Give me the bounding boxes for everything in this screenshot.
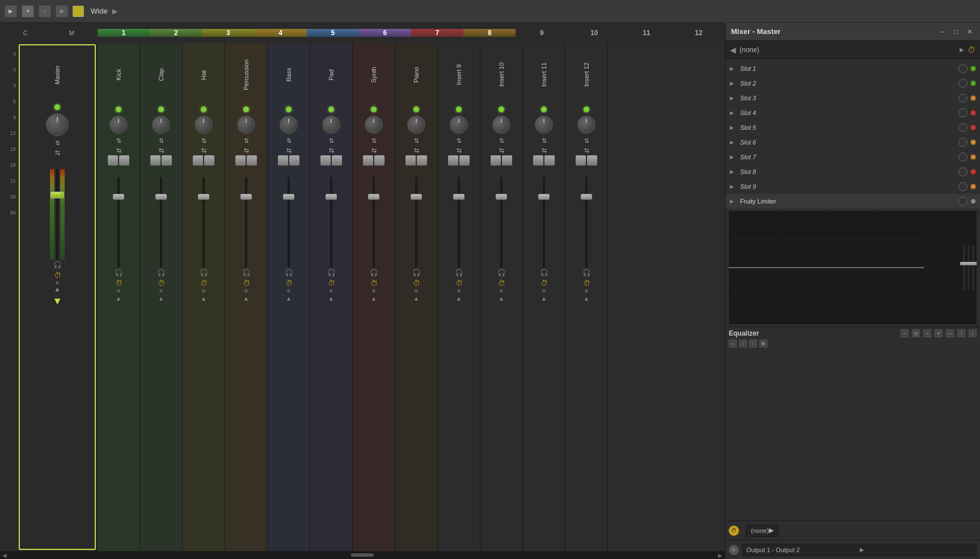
ch10-fader-knob-l[interactable] xyxy=(491,155,501,166)
eq-btn-7[interactable]: ↓ xyxy=(969,329,977,337)
ch2-fader-knob-r[interactable] xyxy=(162,155,172,166)
ch12-fader-knob-l[interactable] xyxy=(576,155,586,166)
master-clock-icon[interactable]: ⏱ xyxy=(54,271,61,280)
ch5-fader-knob-l[interactable] xyxy=(278,155,288,166)
master-knob[interactable] xyxy=(46,113,69,136)
ch9-fader-handle[interactable] xyxy=(453,194,464,200)
eq-btn-6[interactable]: ↑ xyxy=(957,329,965,337)
ch2-fader-knob-l[interactable] xyxy=(150,155,160,166)
slot-item-2[interactable]: ▶ Slot 2 xyxy=(725,76,980,91)
ch5-arrow-lr[interactable]: ⇆ xyxy=(286,147,292,154)
ch4-headphone-icon[interactable]: 🎧 xyxy=(242,269,251,277)
ch6-headphone-icon[interactable]: 🎧 xyxy=(327,269,336,277)
ch5-clock-icon[interactable]: ⏱ xyxy=(285,279,293,287)
jump-button[interactable]: ⊳ xyxy=(56,5,68,18)
eq-btn-8[interactable]: ↔ xyxy=(729,340,737,348)
ch9-arrow-ud[interactable]: ⇅ xyxy=(457,137,462,145)
ch5-knob[interactable] xyxy=(280,116,298,134)
ch8-fader-handle[interactable] xyxy=(411,194,422,200)
ch3-fader-handle[interactable] xyxy=(198,194,209,200)
ch10-knob[interactable] xyxy=(492,116,510,134)
ch8-fader-knob-r[interactable] xyxy=(417,155,427,166)
ch2-headphone-icon[interactable]: 🎧 xyxy=(157,269,166,277)
ch6-arrow-lr[interactable]: ⇆ xyxy=(329,147,334,154)
scroll-thumb[interactable] xyxy=(351,553,374,557)
slot-item-5[interactable]: ▶ Slot 5 xyxy=(725,120,980,135)
ch7-fader-knob-l[interactable] xyxy=(363,155,373,166)
ch9-fader-knob-r[interactable] xyxy=(459,155,470,166)
ch4-clock-icon[interactable]: ⏱ xyxy=(243,279,250,287)
slot-item-8[interactable]: ▶ Slot 8 xyxy=(725,164,980,179)
slot-item-6[interactable]: ▶ Slot 6 xyxy=(725,135,980,150)
ch9-fader-knob-l[interactable] xyxy=(448,155,458,166)
ch3-led[interactable] xyxy=(201,107,206,112)
ch8-knob[interactable] xyxy=(407,116,425,134)
ch4-down-arrow[interactable]: ▲ xyxy=(243,295,249,302)
ch6-fader-knob-l[interactable] xyxy=(320,155,331,166)
ch11-down-arrow[interactable]: ▲ xyxy=(541,295,547,302)
ch11-knob[interactable] xyxy=(535,116,553,134)
eq-btn-9[interactable]: ↕ xyxy=(739,340,747,348)
ch5-headphone-icon[interactable]: 🎧 xyxy=(285,269,293,277)
ch3-down-arrow[interactable]: ▲ xyxy=(201,295,206,302)
ch5-fader-handle[interactable] xyxy=(283,194,294,200)
ch12-fader-knob-r[interactable] xyxy=(587,155,597,166)
none-output-dropdown[interactable]: (none) ▶ xyxy=(746,524,779,537)
minimize-button[interactable]: ─ xyxy=(938,27,947,36)
ch1-led[interactable] xyxy=(116,107,121,112)
ch12-arrow-lr[interactable]: ⇆ xyxy=(584,147,589,154)
slot-item-fruity-limiter[interactable]: ▶ Fruity Limiter xyxy=(725,194,980,209)
ch9-led[interactable] xyxy=(456,107,462,112)
ch8-fader-knob-l[interactable] xyxy=(405,155,416,166)
ch1-arrow-ud[interactable]: ⇅ xyxy=(116,137,121,145)
ch7-down-arrow[interactable]: ▲ xyxy=(371,295,377,302)
ch4-fader-handle[interactable] xyxy=(240,194,252,200)
ch8-arrow-lr[interactable]: ⇆ xyxy=(414,147,419,154)
eq-btn-5[interactable]: ↔ xyxy=(946,329,954,337)
eq-fader-handle-3[interactable] xyxy=(969,262,977,265)
ch8-led[interactable] xyxy=(413,107,419,112)
ch10-fader-handle[interactable] xyxy=(496,194,507,200)
ch9-headphone-icon[interactable]: 🎧 xyxy=(455,269,463,277)
eq-btn-2[interactable]: ◎ xyxy=(912,329,920,337)
ch3-arrow-lr[interactable]: ⇆ xyxy=(201,147,206,154)
ch10-arrow-lr[interactable]: ⇆ xyxy=(499,147,504,154)
ch11-fader-knob-l[interactable] xyxy=(533,155,543,166)
ch7-arrow-lr[interactable]: ⇆ xyxy=(371,147,377,154)
eq-btn-3[interactable]: ○ xyxy=(923,329,931,337)
ch7-fader-handle[interactable] xyxy=(368,194,379,200)
ch8-arrow-ud[interactable]: ⇅ xyxy=(414,137,419,145)
ch2-clock-icon[interactable]: ⏱ xyxy=(158,279,165,287)
ch4-knob[interactable] xyxy=(237,116,255,134)
ch10-clock-icon[interactable]: ⏱ xyxy=(498,279,505,287)
ch12-fader-handle[interactable] xyxy=(581,194,592,200)
ch2-arrow-lr[interactable]: ⇆ xyxy=(159,147,164,154)
output-dropdown[interactable]: Output 1 - Output 2 ▶ xyxy=(742,544,977,556)
ch7-knob[interactable] xyxy=(365,116,383,134)
ch4-arrow-lr[interactable]: ⇆ xyxy=(244,147,249,154)
ch11-arrow-ud[interactable]: ⇅ xyxy=(542,137,547,145)
master-headphone-icon[interactable]: 🎧 xyxy=(53,261,62,269)
ch11-fader-knob-r[interactable] xyxy=(544,155,555,166)
ch8-headphone-icon[interactable]: 🎧 xyxy=(412,269,421,277)
slot-item-4[interactable]: ▶ Slot 4 xyxy=(725,105,980,120)
ch8-clock-icon[interactable]: ⏱ xyxy=(413,279,420,287)
ch2-led[interactable] xyxy=(158,107,164,112)
ch5-fader-knob-r[interactable] xyxy=(289,155,299,166)
ch6-led[interactable] xyxy=(328,107,334,112)
ch11-clock-icon[interactable]: ⏱ xyxy=(540,279,548,287)
ch6-fader-handle[interactable] xyxy=(326,194,337,200)
ch11-led[interactable] xyxy=(541,107,547,112)
slot-item-1[interactable]: ▶ Slot 1 xyxy=(725,61,980,76)
none-dropdown[interactable]: ◀ (none) ▶ ⏱ xyxy=(725,41,980,59)
ch7-headphone-icon[interactable]: 🎧 xyxy=(370,269,378,277)
ch6-arrow-ud[interactable]: ⇅ xyxy=(329,137,334,145)
ch7-fader-knob-r[interactable] xyxy=(374,155,385,166)
ch3-fader-knob-r[interactable] xyxy=(204,155,214,166)
ch4-arrow-ud[interactable]: ⇅ xyxy=(244,137,249,145)
ch2-knob[interactable] xyxy=(152,116,170,134)
slot-item-3[interactable]: ▶ Slot 3 xyxy=(725,91,980,105)
ch2-fader-handle[interactable] xyxy=(155,194,167,200)
scroll-left-arrow[interactable]: ◀ xyxy=(2,552,7,558)
ch11-headphone-icon[interactable]: 🎧 xyxy=(540,269,548,277)
